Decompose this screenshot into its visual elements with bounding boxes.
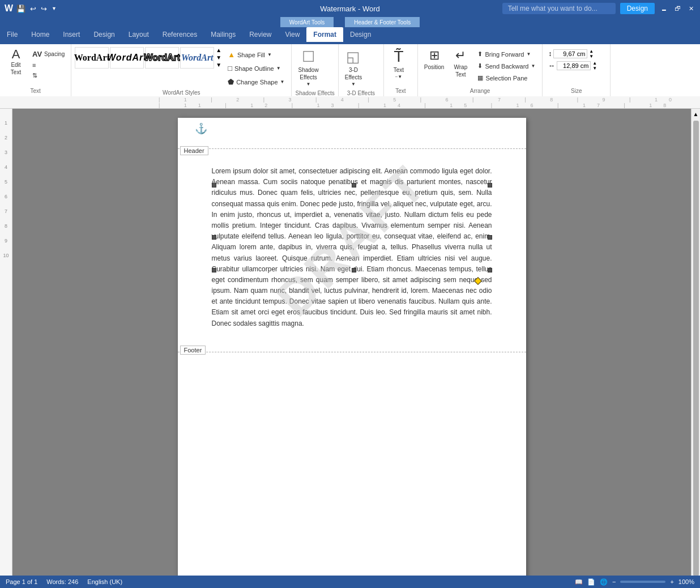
- gallery-expand-arrow[interactable]: ▼: [215, 61, 222, 69]
- context-label-row: WordArt Tools Header & Footer Tools: [0, 17, 700, 27]
- height-down-btn[interactable]: ▼: [589, 54, 594, 59]
- text-tilde-button[interactable]: T̃ Text ~▼: [387, 46, 410, 81]
- read-mode-btn[interactable]: 📖: [575, 578, 583, 586]
- anchor-icon: ⚓: [195, 122, 207, 135]
- selection-pane-button[interactable]: ▦ Selection Pane: [474, 73, 539, 83]
- text-group2: T̃ Text ~▼ Text: [384, 44, 418, 96]
- document-area: ⚓ Header DRAFT: [12, 109, 691, 588]
- minimize-btn[interactable]: 🗕: [659, 4, 668, 13]
- undo-btn[interactable]: ↩: [29, 3, 37, 14]
- wordart-styles-label: WordArt Styles: [75, 88, 288, 97]
- redo-btn[interactable]: ↪: [40, 3, 48, 14]
- body-text: Lorem ipsum dolor sit amet, consectetuer…: [212, 166, 492, 329]
- shadow-effects-button[interactable]: ☐ Shadow Effects ▼: [295, 46, 321, 88]
- share-button[interactable]: Design: [620, 3, 655, 14]
- bring-forward-button[interactable]: ⬆ Bring Forward ▼: [474, 49, 539, 59]
- word-icon: W: [5, 3, 13, 14]
- send-backward-button[interactable]: ⬇ Send Backward ▼: [474, 61, 539, 71]
- text-group-label: Text: [3, 86, 67, 95]
- selection-pane-label: Selection Pane: [485, 75, 527, 82]
- gallery-scroll-arrows: ▲ ▼ ▼: [215, 46, 222, 69]
- scroll-up-btn[interactable]: ▲: [691, 109, 700, 120]
- tab-view[interactable]: View: [279, 27, 307, 42]
- gallery-down-arrow[interactable]: ▼: [215, 54, 222, 61]
- 3d-arrow-icon: ▼: [351, 82, 356, 87]
- shape-outline-label: Shape Outline: [234, 65, 274, 72]
- document-page: ⚓ Header DRAFT: [178, 118, 526, 588]
- gallery-up-arrow[interactable]: ▲: [215, 46, 222, 54]
- bring-forward-icon: ⬆: [477, 50, 483, 58]
- change-shape-label: Change Shape: [236, 79, 278, 86]
- height-icon: ↕: [548, 50, 552, 58]
- restore-btn[interactable]: 🗗: [673, 4, 682, 13]
- qa-dropdown-btn[interactable]: ▼: [50, 5, 58, 12]
- status-bar: Page 1 of 1 Words: 246 English (UK) 📖 📄 …: [0, 576, 700, 588]
- wrap-text-button[interactable]: ↵ Wrap Text: [449, 46, 472, 79]
- wordart-style-1[interactable]: WordArt: [75, 47, 109, 69]
- tab-file[interactable]: File: [0, 27, 24, 42]
- shape-outline-button[interactable]: □ Shape Outline ▼: [224, 62, 288, 74]
- zoom-slider[interactable]: [620, 581, 665, 583]
- header-footer-tools-label: Header & Footer Tools: [345, 17, 420, 27]
- av-spacing-label: Spacing: [44, 51, 65, 57]
- size-group-label: Size: [546, 86, 607, 95]
- title-bar: W 💾 ↩ ↪ ▼ Watermark - Word Design 🗕 🗗 ✕: [0, 0, 700, 17]
- wrap-text-line1: Wrap: [454, 64, 468, 70]
- position-button[interactable]: ⊞ Position: [421, 46, 447, 72]
- wordart-style-3[interactable]: WordArt: [145, 47, 179, 69]
- edit-text-button[interactable]: A Edit Text: [3, 46, 28, 77]
- vertical-scrollbar[interactable]: ▲ ▼: [691, 109, 700, 588]
- width-input[interactable]: [557, 61, 591, 70]
- horizontal-ruler: | 1 | 2 | 3 | 4 | 5 | 6 | 7 | 8 | 9 | 10…: [0, 96, 700, 109]
- height-up-btn[interactable]: ▲: [589, 49, 594, 54]
- print-layout-btn[interactable]: 📄: [587, 578, 595, 586]
- wrap-text-icon: ↵: [455, 48, 466, 63]
- help-search-input[interactable]: [502, 3, 616, 14]
- width-up-btn[interactable]: ▲: [592, 61, 597, 66]
- wordart-style-2[interactable]: WordArt: [110, 47, 144, 69]
- close-btn[interactable]: ✕: [686, 4, 695, 13]
- position-icon: ⊞: [429, 48, 439, 63]
- wordart-style-4[interactable]: WordArt: [180, 47, 214, 69]
- save-btn[interactable]: 💾: [15, 3, 27, 14]
- selection-pane-icon: ▦: [477, 74, 483, 82]
- tab-review[interactable]: Review: [242, 27, 278, 42]
- av-spacing-icon: AV: [32, 50, 42, 58]
- text-align-btn[interactable]: ≡: [29, 61, 67, 70]
- change-shape-button[interactable]: ⬟ Change Shape ▼: [224, 76, 288, 88]
- tab-insert[interactable]: Insert: [56, 27, 87, 42]
- tab-home[interactable]: Home: [24, 27, 56, 42]
- size-inputs: ↕ ▲ ▼ ↔ ▲ ▼: [546, 46, 599, 73]
- tab-format[interactable]: Format: [306, 27, 343, 42]
- tab-design[interactable]: Design: [87, 27, 121, 42]
- text-direction-btn[interactable]: ⇅: [29, 71, 67, 80]
- tab-references[interactable]: References: [156, 27, 204, 42]
- edit-text-label2: Text: [11, 69, 21, 75]
- scroll-thumb[interactable]: [693, 121, 699, 576]
- width-row: ↔ ▲ ▼: [548, 61, 597, 71]
- text-group-content: A Edit Text AV Spacing ≡ ⇅: [3, 46, 67, 86]
- edit-text-icon: A: [12, 48, 20, 61]
- shape-fill-button[interactable]: ▲ Shape Fill ▼: [224, 49, 288, 61]
- zoom-out-btn[interactable]: −: [612, 578, 616, 585]
- language: English (UK): [87, 578, 122, 585]
- av-spacing-button[interactable]: AV Spacing: [29, 49, 67, 59]
- tab-layout[interactable]: Layout: [122, 27, 156, 42]
- 3d-effects-button[interactable]: ◱ 3-D Effects ▼: [342, 46, 365, 88]
- wordart-styles-content: WordArt WordArt WordArt WordArt ▲ ▼ ▼: [75, 46, 288, 88]
- height-input[interactable]: [553, 49, 587, 58]
- web-layout-btn[interactable]: 🌐: [600, 578, 608, 586]
- footer-label[interactable]: Footer: [180, 346, 206, 355]
- shadow-effects-group: ☐ Shadow Effects ▼ Shadow Effects: [292, 44, 338, 96]
- zoom-in-btn[interactable]: +: [670, 578, 673, 585]
- width-down-btn[interactable]: ▼: [592, 66, 597, 71]
- shadow-effects-content: ☐ Shadow Effects ▼: [295, 46, 334, 88]
- footer-zone: Footer: [178, 352, 526, 374]
- position-label: Position: [424, 64, 445, 70]
- tab-mailings[interactable]: Mailings: [204, 27, 242, 42]
- text-align-icon: ≡: [32, 62, 36, 69]
- size-group: ↕ ▲ ▼ ↔ ▲ ▼: [543, 44, 611, 96]
- tab-design2[interactable]: Design: [343, 27, 378, 42]
- arrange-group: ⊞ Position ↵ Wrap Text ⬆ Bring Forward: [418, 44, 543, 96]
- send-backward-arrow: ▼: [531, 63, 535, 69]
